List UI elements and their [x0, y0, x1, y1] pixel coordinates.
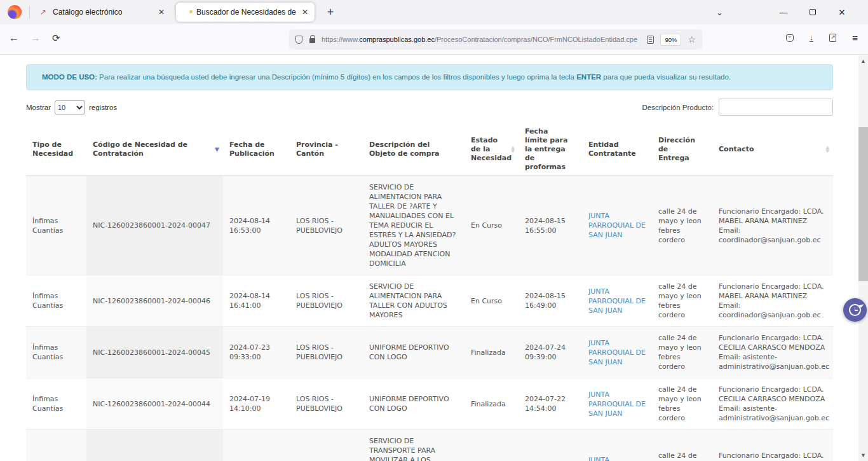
column-header-provincia[interactable]: Provincia - Cantón [290, 123, 363, 176]
tab-separator [29, 6, 30, 18]
column-header-tipo[interactable]: Tipo de Necesidad [26, 123, 86, 176]
cell-fecha_limite: 2024-08-15 16:49:00 [519, 275, 582, 327]
sort-both-icon: ▲▼ [826, 146, 829, 153]
column-header-direccion[interactable]: Dirección de Entrega [652, 123, 712, 176]
close-window-button[interactable]: ✕ [827, 8, 857, 17]
save-to-pocket-icon[interactable] [786, 34, 794, 42]
cell-estado: Finalizada [465, 327, 519, 378]
cell-descripcion: SERVICIO DE ALIMENTACION PARA TALLER DE … [363, 176, 465, 275]
cell-descripcion: SERVICIO DE ALIMENTACION PARA TALLER CON… [363, 275, 465, 327]
cell-contacto: Funcionario Encargado: LCDA. CECILIA CAR… [712, 327, 833, 378]
column-header-codigo[interactable]: Código de Necesidad de Contratación▼ [86, 123, 223, 176]
cell-fecha_publicacion: 2024-08-14 16:53:00 [223, 176, 290, 275]
banner-text: Para realizar una búsqueda usted debe in… [97, 73, 576, 81]
floating-assistant-button[interactable] [843, 298, 867, 322]
entidad-contratante-link[interactable]: JUNTA PARROQUIAL DE SAN JUAN [588, 212, 646, 239]
tracking-protection-shield-icon[interactable] [295, 36, 302, 44]
cell-contacto: Funcionario Encargado: LCDA. MABEL ARANA… [712, 176, 833, 275]
minimize-button[interactable]: — [769, 8, 798, 17]
scrollbar-thumb[interactable] [858, 127, 868, 281]
sort-both-icon: ▲▼ [512, 146, 515, 153]
column-header-fecha_publicacion[interactable]: Fecha de Publicación [223, 123, 290, 176]
column-header-label: Código de Necesidad de Contratación [93, 141, 187, 158]
entidad-contratante-link[interactable]: JUNTA PARROQUIAL DE SAN JUAN [588, 456, 646, 461]
banner-text-end: para que pueda visualizar su resultado. [601, 73, 731, 81]
new-tab-button[interactable]: + [322, 6, 339, 19]
lock-icon[interactable] [309, 38, 315, 43]
column-header-label: Tipo de Necesidad [32, 141, 73, 158]
cell-direccion: calle 24 de mayo y leon febres cordero [652, 176, 712, 275]
tab-catalogo-electronico[interactable]: ↗ Catálogo electrónico ✕ [32, 3, 171, 22]
cell-entidad: JUNTA PARROQUIAL DE SAN JUAN [582, 327, 652, 378]
restore-button[interactable] [798, 8, 827, 17]
column-header-fecha_limite[interactable]: Fecha límite para la entrega de proforma… [519, 123, 582, 176]
zoom-level-badge[interactable]: 90% [660, 34, 681, 46]
column-header-label: Provincia - Cantón [296, 141, 338, 158]
cell-provincia: LOS RIOS - PUEBLOVIEJO [290, 430, 363, 461]
table-header-row: Tipo de NecesidadCódigo de Necesidad de … [26, 123, 833, 176]
contacto-email: Email: asistente-administrativo@sanjuan.… [719, 404, 827, 423]
cell-entidad: JUNTA PARROQUIAL DE SAN JUAN [582, 430, 652, 461]
cell-provincia: LOS RIOS - PUEBLOVIEJO [290, 378, 363, 430]
cell-provincia: LOS RIOS - PUEBLOVIEJO [290, 327, 363, 378]
buscador-tab-favicon-icon [182, 8, 191, 17]
cell-codigo: NIC-1260023860001-2024-00047 [86, 176, 223, 275]
cell-direccion: calle 24 de mayo y leon febres cordero [652, 327, 712, 378]
product-description-input[interactable] [719, 99, 833, 116]
column-header-estado[interactable]: Estado de la Necesidad▲▼ [465, 123, 519, 176]
firefox-logo-icon [8, 5, 22, 19]
list-all-tabs-chevron-icon[interactable]: ⌄ [716, 8, 723, 17]
share-icon[interactable] [829, 34, 836, 42]
tab-close-icon[interactable]: ✕ [158, 8, 165, 17]
contacto-funcionario: Funcionario Encargado: LCDA. MABEL ARANA… [719, 207, 827, 226]
tab-title: Catálogo electrónico [53, 8, 153, 17]
cell-estado: Finalizada [465, 430, 519, 461]
entidad-contratante-link[interactable]: JUNTA PARROQUIAL DE SAN JUAN [588, 339, 646, 366]
cell-estado: Finalizada [465, 378, 519, 430]
cell-fecha_limite: 2024-08-15 16:55:00 [519, 176, 582, 275]
banner-bold-prefix: MODO DE USO: [42, 73, 97, 81]
cell-fecha_publicacion: 2024-07-16 11:05:00 [223, 430, 290, 461]
contacto-funcionario: Funcionario Encargado: LCDA. CECILIA CAR… [719, 333, 827, 352]
tab-buscador-necesidades[interactable]: Buscador de Necesidades de Co ✕ [176, 3, 315, 22]
column-header-label: Entidad Contratante [588, 141, 636, 158]
cell-estado: En Curso [465, 275, 519, 327]
scrollbar-up-arrow-icon[interactable]: ▲ [858, 57, 868, 65]
vertical-scrollbar[interactable]: ▲ ▼ [858, 55, 868, 461]
back-button[interactable]: ← [9, 32, 19, 44]
cell-descripcion: UNIFORME DEPORTIVO CON LOGO [363, 327, 465, 378]
scrollbar-down-arrow-icon[interactable]: ▼ [858, 451, 868, 460]
forward-button[interactable]: → [31, 32, 41, 44]
cell-descripcion: UNIFORME DEPORTIVO CON LOGO [363, 378, 465, 430]
reader-view-icon[interactable] [647, 36, 654, 44]
url-bar[interactable]: https://www.compraspublicas.gob.ec/Proce… [289, 29, 702, 50]
show-entries-select[interactable]: 10 [55, 100, 85, 114]
column-header-entidad[interactable]: Entidad Contratante [582, 123, 652, 176]
bookmark-star-icon[interactable]: ☆ [688, 34, 696, 45]
cell-descripcion: SERVICIO DE TRANSPORTE PARA MOVILIZAR A … [363, 430, 465, 461]
entidad-contratante-link[interactable]: JUNTA PARROQUIAL DE SAN JUAN [588, 390, 646, 418]
column-header-label: Fecha límite para la entrega de proforma… [525, 127, 567, 171]
necesidades-table: Tipo de NecesidadCódigo de Necesidad de … [26, 123, 833, 461]
entidad-contratante-link[interactable]: JUNTA PARROQUIAL DE SAN JUAN [588, 287, 646, 315]
cell-fecha_limite: 2024-07-17 11:10:00 [519, 430, 582, 461]
cell-provincia: LOS RIOS - PUEBLOVIEJO [290, 176, 363, 275]
usage-mode-banner: MODO DE USO: Para realizar una búsqueda … [26, 64, 833, 90]
show-entries-label-after: registros [89, 104, 117, 111]
menu-hamburger-icon[interactable]: ≡ [852, 32, 858, 43]
cell-codigo: NIC-1260023860001-2024-00044 [86, 378, 223, 430]
column-header-contacto[interactable]: Contacto▲▼ [712, 123, 833, 176]
cell-fecha_limite: 2024-07-22 14:54:00 [519, 378, 582, 430]
cell-codigo: NIC-1260023860001-2024-00046 [86, 275, 223, 327]
cell-estado: En Curso [465, 176, 519, 275]
contacto-funcionario: Funcionario Encargado: LCDA. MABEL ARANA… [719, 282, 827, 301]
banner-enter-keyword: ENTER [576, 73, 601, 81]
cell-fecha_publicacion: 2024-07-19 14:10:00 [223, 378, 290, 430]
downloads-icon[interactable]: ↓ [810, 34, 814, 42]
table-controls-row: Mostrar 10 registros Descripción Product… [26, 99, 833, 116]
table-row: Ínfimas CuantíasNIC-1260023860001-2024-0… [26, 275, 833, 327]
reload-button[interactable]: ⟳ [52, 32, 60, 44]
tab-close-icon[interactable]: ✕ [302, 8, 308, 17]
contacto-email: Email: asistente-administrativo@sanjuan.… [719, 352, 827, 371]
column-header-descripcion[interactable]: Descripción del Objeto de compra [363, 123, 465, 176]
